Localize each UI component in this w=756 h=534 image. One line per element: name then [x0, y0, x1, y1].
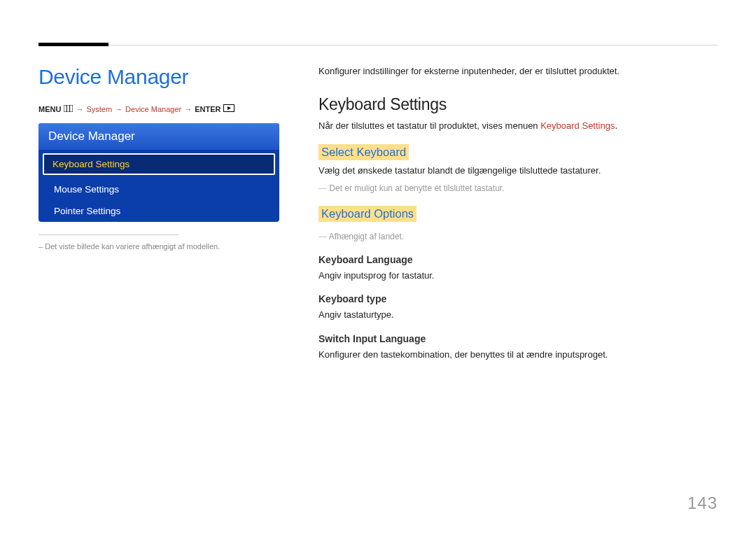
- device-manager-menu: Device Manager Keyboard Settings Mouse S…: [38, 123, 279, 222]
- menu-item-pointer-settings[interactable]: Pointer Settings: [38, 200, 279, 222]
- heading-keyboard-type: Keyboard type: [318, 293, 718, 304]
- right-column: Konfigurer indstillinger for eksterne in…: [318, 65, 718, 362]
- breadcrumb-enter: ENTER: [195, 105, 220, 113]
- subheading-keyboard-options: Keyboard Options: [318, 206, 416, 222]
- menu-item-keyboard-settings[interactable]: Keyboard Settings: [43, 153, 275, 175]
- left-column: Device Manager MENU → System → Device Ma…: [38, 65, 279, 362]
- section-desc-accent: Keyboard Settings: [540, 120, 615, 131]
- section-title-keyboard-settings: Keyboard Settings: [318, 95, 718, 114]
- menu-header: Device Manager: [38, 123, 279, 150]
- page-title: Device Manager: [38, 65, 279, 89]
- switch-input-language-desc: Konfigurer den tastekombination, der ben…: [318, 349, 718, 362]
- section-desc-post: .: [615, 120, 617, 131]
- breadcrumb-menu: MENU: [38, 105, 61, 113]
- arrow-icon: →: [184, 105, 192, 113]
- page: Device Manager MENU → System → Device Ma…: [0, 0, 756, 534]
- section-desc: Når der tilsluttes et tastatur til produ…: [318, 120, 718, 133]
- section-desc-pre: Når der tilsluttes et tastatur til produ…: [318, 120, 540, 131]
- intro-text: Konfigurer indstillinger for eksterne in…: [318, 65, 718, 78]
- breadcrumb-device-manager: Device Manager: [125, 105, 181, 113]
- top-rule-bold: [38, 43, 108, 46]
- top-rule: [38, 38, 718, 47]
- columns: Device Manager MENU → System → Device Ma…: [38, 65, 718, 362]
- subheading-select-keyboard: Select Keyboard: [318, 144, 409, 160]
- keyboard-language-desc: Angiv inputsprog for tastatur.: [318, 269, 718, 283]
- footnote-text: Det viste billede kan variere afhængigt …: [45, 242, 220, 251]
- enter-icon: [223, 104, 234, 113]
- menu-grid-icon: [64, 105, 73, 113]
- select-keyboard-note: Det er muligt kun at benytte ét tilslutt…: [318, 182, 718, 195]
- left-divider: [38, 234, 178, 235]
- left-footnote: – Det viste billede kan variere afhængig…: [38, 241, 279, 253]
- svg-marker-4: [227, 106, 231, 110]
- heading-switch-input-language: Switch Input Language: [318, 333, 718, 344]
- footnote-dash: –: [38, 242, 45, 251]
- top-rule-light: [38, 45, 718, 45]
- menu-item-mouse-settings[interactable]: Mouse Settings: [38, 178, 279, 200]
- page-number: 143: [687, 493, 718, 513]
- breadcrumb: MENU → System → Device Manager → ENTER: [38, 104, 279, 113]
- keyboard-options-note: Afhængigt af landet.: [318, 230, 718, 243]
- select-keyboard-desc: Vælg det ønskede tastatur blandt de tilg…: [318, 164, 718, 178]
- svg-rect-0: [64, 105, 73, 112]
- breadcrumb-system: System: [86, 105, 112, 113]
- keyboard-type-desc: Angiv tastaturtype.: [318, 309, 718, 322]
- arrow-icon: →: [115, 105, 122, 113]
- heading-keyboard-language: Keyboard Language: [318, 254, 718, 265]
- arrow-icon: →: [76, 105, 83, 113]
